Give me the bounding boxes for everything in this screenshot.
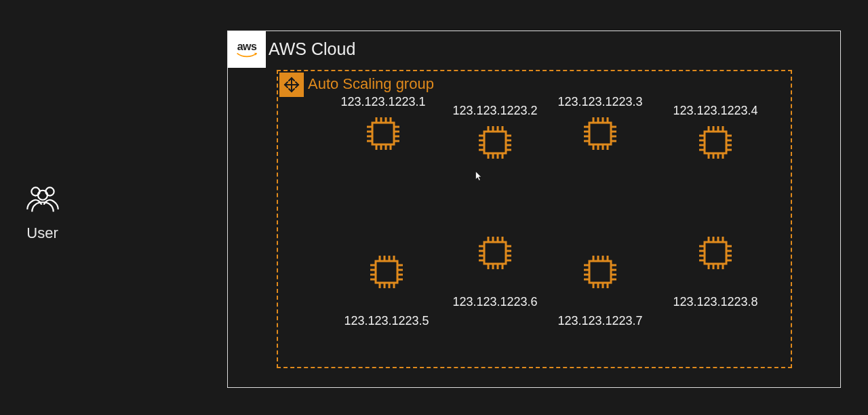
instance-7: 123.123.1223.7 xyxy=(546,248,654,328)
instance-3-ip: 123.123.1223.3 xyxy=(546,95,654,109)
svg-rect-54 xyxy=(705,132,726,153)
svg-rect-37 xyxy=(589,123,611,144)
aws-logo-badge: aws xyxy=(228,31,266,68)
instance-2: 123.123.1223.2 xyxy=(441,104,549,170)
svg-rect-105 xyxy=(589,261,611,283)
svg-rect-71 xyxy=(376,261,397,283)
asg-title: Auto Scaling group xyxy=(308,75,434,93)
instance-8: 123.123.1223.8 xyxy=(661,229,770,309)
instance-3: 123.123.1223.3 xyxy=(546,95,654,161)
aws-logo-text: aws xyxy=(237,41,257,52)
svg-point-2 xyxy=(38,191,47,200)
cpu-chip-icon xyxy=(366,252,407,292)
instance-4: 123.123.1223.4 xyxy=(661,104,770,170)
instance-8-ip: 123.123.1223.8 xyxy=(661,295,770,309)
svg-rect-88 xyxy=(484,242,506,264)
instance-2-ip: 123.123.1223.2 xyxy=(441,104,549,118)
auto-scaling-group-box: Auto Scaling group 123.123.1223.1 123.12… xyxy=(277,70,792,368)
svg-rect-20 xyxy=(484,132,506,153)
user-block: User xyxy=(20,180,64,242)
cpu-chip-icon xyxy=(580,252,620,292)
user-label: User xyxy=(20,224,64,242)
cpu-chip-icon xyxy=(363,113,403,154)
asg-badge xyxy=(279,73,304,97)
cpu-chip-icon xyxy=(695,122,736,163)
instance-6: 123.123.1223.6 xyxy=(441,229,549,309)
instance-7-ip: 123.123.1223.7 xyxy=(546,314,654,328)
aws-smile-icon xyxy=(236,52,258,58)
svg-rect-3 xyxy=(372,123,394,144)
cpu-chip-icon xyxy=(475,233,515,273)
aws-logo: aws xyxy=(236,41,258,58)
instance-5-ip: 123.123.1223.5 xyxy=(332,314,441,328)
cpu-chip-icon xyxy=(580,113,620,154)
aws-cloud-box: aws AWS Cloud Auto Scaling group xyxy=(227,31,841,388)
users-icon xyxy=(24,180,62,218)
aws-cloud-title: AWS Cloud xyxy=(269,39,355,59)
cpu-chip-icon xyxy=(695,233,736,273)
svg-rect-122 xyxy=(705,242,726,264)
auto-scaling-icon xyxy=(282,75,301,94)
instance-5: 123.123.1223.5 xyxy=(332,248,441,328)
instance-1-ip: 123.123.1223.1 xyxy=(329,95,437,109)
instance-1: 123.123.1223.1 xyxy=(329,95,437,161)
instance-6-ip: 123.123.1223.6 xyxy=(441,295,549,309)
instance-4-ip: 123.123.1223.4 xyxy=(661,104,770,118)
cpu-chip-icon xyxy=(475,122,515,163)
